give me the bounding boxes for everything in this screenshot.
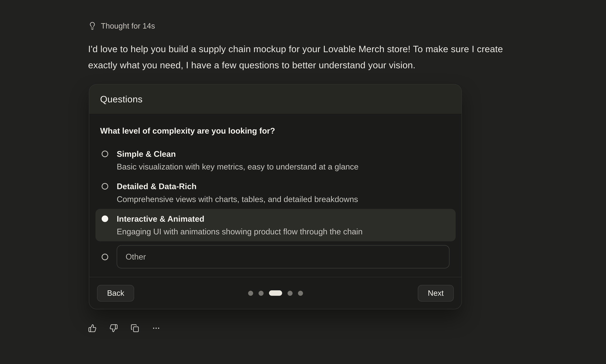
next-button[interactable]: Next <box>418 285 454 301</box>
pagination-dot <box>287 290 293 296</box>
pagination-dot <box>258 290 263 296</box>
question-prompt: What level of complexity are you looking… <box>100 126 450 135</box>
copy-icon <box>131 324 139 332</box>
radio-unselected-icon[interactable] <box>102 253 108 260</box>
back-button[interactable]: Back <box>97 285 135 301</box>
lightbulb-icon <box>88 22 97 30</box>
thumbs-up-icon <box>88 324 97 332</box>
option-title: Interactive & Animated <box>117 212 449 225</box>
questions-card: Questions What level of complexity are y… <box>89 84 462 309</box>
thumbs-down-icon <box>109 324 118 332</box>
option-text: Interactive & Animated Engaging UI with … <box>117 212 449 238</box>
option-text: Detailed & Data-Rich Comprehensive views… <box>117 180 449 205</box>
questions-card-body: What level of complexity are you looking… <box>89 114 461 277</box>
option-other[interactable] <box>95 241 456 272</box>
questions-card-footer: Back Next <box>89 277 461 309</box>
radio-unselected-icon[interactable] <box>102 183 108 190</box>
copy-button[interactable] <box>131 324 139 332</box>
pagination-dots <box>248 290 303 296</box>
radio-selected-icon[interactable] <box>102 215 108 222</box>
assistant-message-line: exactly what you need, I have a few ques… <box>88 57 537 73</box>
radio-unselected-icon[interactable] <box>102 151 108 157</box>
more-options-button[interactable] <box>152 324 160 332</box>
pagination-dot-active <box>269 290 282 296</box>
option-simple-clean[interactable]: Simple & Clean Basic visualization with … <box>95 144 456 176</box>
option-description: Comprehensive views with charts, tables,… <box>117 193 449 205</box>
option-title: Detailed & Data-Rich <box>117 180 449 193</box>
pagination-dot <box>298 290 303 296</box>
option-interactive-animated[interactable]: Interactive & Animated Engaging UI with … <box>95 209 456 241</box>
thumbs-up-button[interactable] <box>88 324 97 332</box>
card-title: Questions <box>100 94 143 104</box>
thumbs-down-button[interactable] <box>109 324 118 332</box>
assistant-message: I'd love to help you build a supply chai… <box>88 41 537 73</box>
options-list: Simple & Clean Basic visualization with … <box>100 144 450 272</box>
chat-view: Thought for 14s I'd love to help you bui… <box>0 0 606 364</box>
option-description: Engaging UI with animations showing prod… <box>117 225 449 238</box>
assistant-message-line: I'd love to help you build a supply chai… <box>88 41 537 57</box>
assistant-response: Thought for 14s I'd love to help you bui… <box>88 0 537 332</box>
questions-card-header: Questions <box>89 85 461 114</box>
option-text: Simple & Clean Basic visualization with … <box>117 147 449 173</box>
other-input[interactable] <box>117 245 449 268</box>
ellipsis-icon <box>152 324 160 332</box>
option-title: Simple & Clean <box>117 147 449 160</box>
pagination-dot <box>248 290 253 296</box>
thought-duration-label: Thought for 14s <box>101 21 155 31</box>
option-detailed-data-rich[interactable]: Detailed & Data-Rich Comprehensive views… <box>95 176 456 209</box>
message-actions <box>88 324 537 332</box>
option-description: Basic visualization with key metrics, ea… <box>117 160 449 173</box>
thinking-summary-toggle[interactable]: Thought for 14s <box>88 21 537 31</box>
